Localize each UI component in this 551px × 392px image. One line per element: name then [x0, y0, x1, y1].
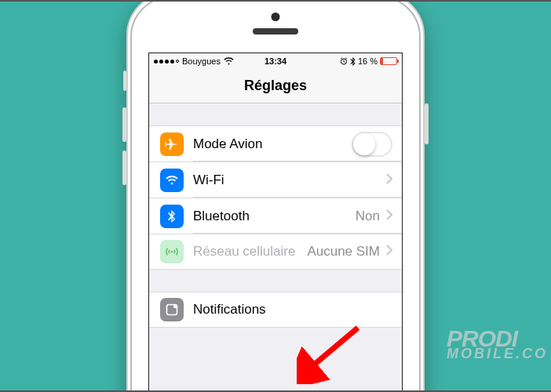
row-airplane-mode[interactable]: Mode Avion	[149, 125, 402, 162]
chevron-right-icon	[386, 245, 392, 259]
battery-percent: 16 %	[358, 56, 378, 66]
notifications-label: Notifications	[193, 302, 386, 318]
cellular-label: Réseau cellulaire	[193, 244, 307, 260]
row-notifications[interactable]: Notifications	[149, 292, 402, 328]
status-bar: Bouygues 13:34 16 %	[149, 53, 402, 69]
bluetooth-status-icon	[350, 57, 356, 66]
silent-switch	[123, 71, 126, 91]
signal-strength-icon	[154, 60, 179, 64]
svg-point-2	[173, 304, 177, 308]
wifi-label: Wi-Fi	[193, 172, 380, 188]
carrier-label: Bouygues	[182, 56, 221, 66]
cellular-value: Aucune SIM	[307, 244, 380, 260]
row-bluetooth[interactable]: Bluetooth Non	[149, 198, 402, 234]
watermark-line2: MOBILE.CO	[447, 348, 548, 359]
notifications-icon	[160, 298, 184, 321]
settings-group-1: Mode Avion Wi-Fi	[149, 125, 402, 270]
airplane-toggle[interactable]	[352, 132, 392, 157]
volume-down-button	[122, 151, 126, 185]
watermark: PRODI MOBILE.CO	[447, 329, 548, 359]
chevron-right-icon	[386, 209, 392, 223]
wifi-row-icon	[160, 169, 184, 192]
watermark-line1: PRODI	[447, 329, 548, 348]
front-camera	[272, 13, 280, 21]
bluetooth-label: Bluetooth	[193, 209, 356, 224]
bluetooth-value: Non	[356, 209, 380, 224]
power-button	[425, 103, 429, 144]
screen: Bouygues 13:34 16 % Réglages	[148, 53, 403, 392]
settings-list[interactable]: Mode Avion Wi-Fi	[149, 125, 402, 328]
settings-group-2: Notifications	[149, 292, 402, 328]
cellular-icon	[160, 240, 184, 263]
bluetooth-row-icon	[160, 205, 184, 228]
wifi-icon	[224, 57, 234, 65]
page-title: Réglages	[244, 78, 307, 94]
phone-frame: Bouygues 13:34 16 % Réglages	[126, 0, 425, 392]
airplane-label: Mode Avion	[193, 136, 352, 152]
row-wifi[interactable]: Wi-Fi	[149, 162, 402, 198]
nav-bar: Réglages	[149, 69, 402, 103]
clock: 13:34	[265, 56, 286, 66]
speaker-grille	[253, 28, 298, 34]
airplane-icon	[160, 132, 184, 156]
alarm-icon	[340, 57, 348, 65]
chevron-right-icon	[386, 173, 392, 187]
battery-icon	[380, 57, 397, 65]
volume-up-button	[122, 107, 126, 142]
row-cellular[interactable]: Réseau cellulaire Aucune SIM	[149, 234, 402, 270]
